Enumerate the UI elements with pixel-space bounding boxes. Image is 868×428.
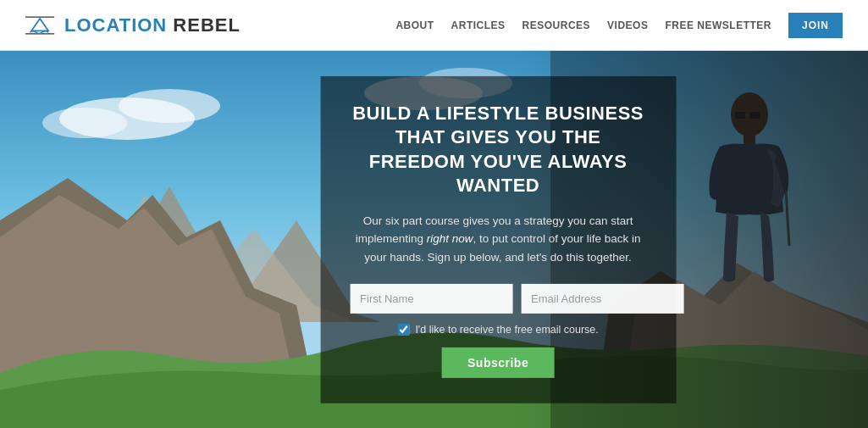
svg-marker-2 <box>31 18 48 30</box>
hero-desc-italic: right now <box>427 232 473 245</box>
subscribe-button[interactable]: Subscribe <box>442 347 554 378</box>
nav: ABOUT ARTICLES RESOURCES VIDEOS FREE NEW… <box>395 13 843 38</box>
hero-section: BUILD A LIFESTYLE BUSINESS THAT GIVES YO… <box>0 51 868 428</box>
logo: LOCATION REBEL <box>25 14 240 37</box>
first-name-input[interactable] <box>350 284 512 314</box>
logo-icon <box>25 14 56 37</box>
header: LOCATION REBEL ABOUT ARTICLES RESOURCES … <box>0 0 868 51</box>
svg-point-11 <box>119 89 220 123</box>
nav-about[interactable]: ABOUT <box>395 19 434 31</box>
email-course-checkbox[interactable] <box>397 324 409 336</box>
nav-resources[interactable]: RESOURCES <box>522 19 591 31</box>
checkbox-row: I'd like to receive the free email cours… <box>350 324 646 336</box>
logo-text: LOCATION REBEL <box>64 14 240 36</box>
hero-content-box: BUILD A LIFESTYLE BUSINESS THAT GIVES YO… <box>320 75 676 403</box>
nav-videos[interactable]: VIDEOS <box>607 19 648 31</box>
hero-description: Our six part course gives you a strategy… <box>350 212 646 267</box>
join-button[interactable]: JOIN <box>788 13 843 38</box>
hero-title: BUILD A LIFESTYLE BUSINESS THAT GIVES YO… <box>350 101 646 197</box>
nav-articles[interactable]: ARTICLES <box>451 19 506 31</box>
nav-newsletter[interactable]: FREE NEWSLETTER <box>665 19 771 31</box>
svg-point-12 <box>42 108 127 138</box>
checkbox-label: I'd like to receive the free email cours… <box>415 324 598 336</box>
form-row <box>350 284 646 314</box>
email-input[interactable] <box>521 284 683 314</box>
